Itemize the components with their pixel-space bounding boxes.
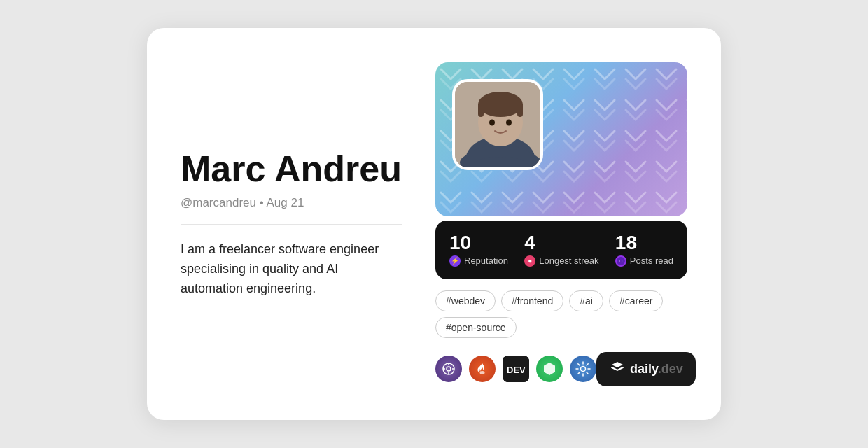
user-bio: I am a freelancer software engineer spec… bbox=[181, 240, 402, 299]
stats-bar: 10 ⚡ Reputation 4 ● Longest streak 18 ○ … bbox=[435, 220, 687, 279]
user-meta: @marcandreu • Aug 21 bbox=[181, 196, 402, 210]
reputation-label: ⚡ Reputation bbox=[449, 255, 508, 267]
posts-icon: ○ bbox=[615, 255, 626, 267]
svg-rect-7 bbox=[517, 103, 523, 117]
svg-point-8 bbox=[489, 119, 495, 125]
profile-header bbox=[435, 62, 687, 216]
source-icons: DEV bbox=[435, 356, 596, 382]
stat-streak: 4 ● Longest streak bbox=[524, 233, 598, 267]
reputation-icon: ⚡ bbox=[449, 255, 461, 267]
user-meta-separator: • bbox=[260, 196, 267, 209]
left-panel: Marc Andreu @marcandreu • Aug 21 I am a … bbox=[181, 149, 402, 299]
avatar bbox=[452, 79, 543, 170]
svg-point-11 bbox=[447, 367, 451, 371]
tag-open-source[interactable]: #open-source bbox=[435, 317, 517, 338]
tag-webdev[interactable]: #webdev bbox=[435, 290, 496, 312]
svg-point-9 bbox=[506, 119, 512, 125]
profile-card: Marc Andreu @marcandreu • Aug 21 I am a … bbox=[147, 28, 721, 420]
divider bbox=[181, 224, 402, 225]
streak-label: ● Longest streak bbox=[524, 255, 598, 267]
svg-rect-6 bbox=[478, 103, 484, 117]
svg-marker-19 bbox=[544, 363, 555, 375]
user-handle: @marcandreu bbox=[181, 196, 256, 209]
source-hackernews-icon[interactable] bbox=[435, 356, 462, 382]
user-joined: Aug 21 bbox=[266, 196, 304, 209]
streak-icon: ● bbox=[524, 255, 536, 267]
source-dev-icon[interactable]: DEV bbox=[503, 356, 529, 382]
reputation-value: 10 bbox=[449, 233, 471, 253]
stat-reputation: 10 ⚡ Reputation bbox=[449, 233, 508, 267]
tag-ai[interactable]: #ai bbox=[569, 290, 603, 312]
streak-value: 4 bbox=[524, 233, 536, 253]
right-panel: 10 ⚡ Reputation 4 ● Longest streak 18 ○ … bbox=[435, 62, 687, 386]
sources-row: DEV bbox=[435, 352, 687, 386]
svg-point-5 bbox=[478, 92, 523, 117]
source-cog-icon[interactable] bbox=[570, 356, 596, 382]
source-hashnode-icon[interactable] bbox=[536, 356, 563, 382]
posts-value: 18 bbox=[615, 233, 637, 253]
user-name: Marc Andreu bbox=[181, 149, 402, 189]
tag-frontend[interactable]: #frontend bbox=[501, 290, 564, 312]
svg-point-20 bbox=[581, 367, 586, 372]
svg-text:DEV: DEV bbox=[507, 365, 526, 375]
daily-dev-logo-icon bbox=[609, 359, 626, 379]
daily-dev-logo[interactable]: daily.dev bbox=[596, 352, 696, 386]
daily-dev-text: daily.dev bbox=[630, 362, 683, 377]
svg-point-16 bbox=[480, 371, 485, 374]
posts-label: ○ Posts read bbox=[615, 255, 673, 267]
source-fire-icon[interactable] bbox=[469, 356, 496, 382]
tags-container: #webdev #frontend #ai #career #open-sour… bbox=[435, 290, 687, 338]
stat-posts: 18 ○ Posts read bbox=[615, 233, 673, 267]
tag-career[interactable]: #career bbox=[609, 290, 663, 312]
